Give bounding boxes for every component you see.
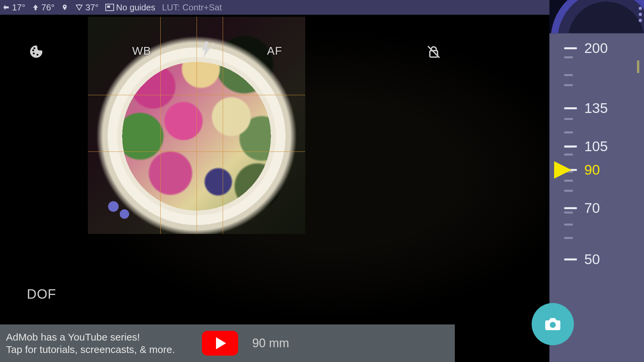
live-view[interactable]: WB A AF DOF AdMob has a YouTube series! … xyxy=(0,15,488,274)
svg-point-2 xyxy=(32,50,34,52)
autofocus-button[interactable]: AF xyxy=(267,44,282,57)
up-arrow-icon xyxy=(32,3,39,11)
lut-indicator[interactable]: LUT: Contr+Sat xyxy=(162,2,222,13)
guides-icon xyxy=(105,4,114,11)
svg-text:A: A xyxy=(211,42,215,49)
grid-line xyxy=(88,95,305,95)
svg-point-5 xyxy=(33,53,35,55)
grid-line xyxy=(88,152,305,152)
location-pin-icon xyxy=(61,3,68,12)
fov-indicator[interactable]: 37° xyxy=(75,2,99,13)
rotation-lock-icon xyxy=(426,44,441,60)
white-balance-button[interactable]: WB xyxy=(132,44,151,57)
svg-point-3 xyxy=(34,47,36,49)
grid-line xyxy=(223,17,223,234)
palette-icon xyxy=(29,44,44,59)
tilt-up-indicator[interactable]: 76° xyxy=(32,2,54,13)
return-arrow-icon xyxy=(2,3,10,11)
top-status-bar: 17° 76° 37° No guides LUT: Contr+Sat 6x6 xyxy=(0,0,488,15)
guides-toggle[interactable]: No guides xyxy=(105,2,155,13)
lut-label: LUT: Contr+Sat xyxy=(162,2,222,13)
location-indicator[interactable] xyxy=(61,3,68,12)
af-label: AF xyxy=(267,44,282,57)
svg-point-4 xyxy=(37,54,39,56)
tilt-back-value: 17° xyxy=(12,2,25,13)
wb-label: WB xyxy=(132,44,151,57)
angle-icon xyxy=(75,3,84,11)
svg-rect-1 xyxy=(107,6,110,8)
guides-label: No guides xyxy=(116,2,155,13)
grid-line xyxy=(197,17,197,234)
grid-line xyxy=(160,17,161,234)
flash-mode-button[interactable]: A xyxy=(200,41,215,60)
fov-value: 37° xyxy=(86,2,99,13)
rotation-lock-button[interactable] xyxy=(426,44,441,61)
color-style-button[interactable] xyxy=(29,44,44,60)
tilt-back-indicator[interactable]: 17° xyxy=(2,2,25,13)
tilt-up-value: 76° xyxy=(41,2,54,13)
flash-auto-icon: A xyxy=(200,41,215,58)
